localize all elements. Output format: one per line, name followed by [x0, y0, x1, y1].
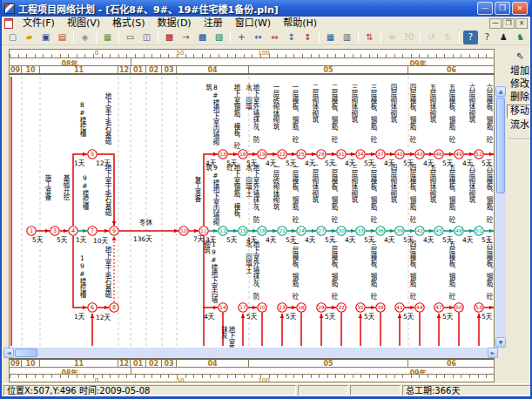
scroll-down-arrow[interactable]: ▼	[495, 337, 506, 348]
close-button[interactable]: ×	[512, 2, 528, 15]
node-label-53: 53	[475, 305, 482, 310]
menu-view[interactable]: 视图(V)	[61, 17, 106, 30]
window-title: 工程项目网络计划 - [石化8#、9#、19#住宅楼1备份.pln]	[18, 2, 477, 16]
arrowhead	[320, 314, 324, 318]
activity-label: 地下室外墙抹灰、防水、回填土	[244, 164, 259, 227]
month-cell-09: 09	[10, 360, 22, 367]
minimize-button[interactable]: —	[477, 2, 493, 15]
app-icon	[4, 3, 15, 14]
toolbar-edit-pad-icon[interactable]: ▦	[100, 30, 115, 44]
node-label-25: 25	[298, 152, 305, 157]
toolbar-table-icon[interactable]: ▦	[323, 30, 338, 44]
activity-label: 地下室钢筋、模板、砼	[225, 164, 239, 227]
duration-label: 136天	[133, 233, 152, 243]
toolbar-flow-arrows-icon[interactable]: ⇅	[362, 30, 377, 44]
activity-label: 二层砌体砌筑	[311, 164, 319, 227]
menu-help[interactable]: 帮助(H)	[277, 17, 323, 30]
toolbar-move-cross-icon[interactable]: +	[234, 30, 249, 44]
horizontal-scrollbar[interactable]: ◄ ►	[3, 348, 498, 358]
activity-label: 五层砌体砌筑	[428, 84, 436, 150]
toolbar-link-arrow-icon[interactable]: →	[178, 30, 193, 44]
activity-label: 五层模板、钢筋、砼	[448, 84, 455, 150]
node-label-37: 37	[377, 152, 384, 157]
network-diagram-canvas[interactable]: 1316192225283134374043464952134791011121…	[9, 75, 495, 348]
arrowhead	[233, 152, 238, 157]
mdi-restore-button[interactable]: ❐	[502, 18, 515, 29]
mdi-minimize-button[interactable]: —	[489, 18, 502, 29]
toolbar-gantt-image-icon[interactable]: ▨	[212, 30, 226, 44]
scroll-up-arrow[interactable]: ▲	[495, 86, 506, 97]
node-label-52: 52	[475, 152, 482, 157]
toolbar-save-icon[interactable]: ▣	[38, 30, 53, 44]
toolbar-context-help-icon[interactable]: ?	[480, 30, 495, 44]
mdi-close-button[interactable]: ×	[515, 18, 528, 29]
arrowhead	[213, 152, 218, 157]
activity-label: 9#楼地下室内墙砌筑	[204, 164, 219, 227]
arrowhead	[213, 229, 218, 233]
status-total-duration-section: 总工期:366天	[402, 385, 532, 396]
toolbar-stretch-vertical-icon[interactable]: ↕	[284, 30, 299, 44]
vertical-scroll-thumb[interactable]	[496, 98, 505, 193]
duration-label: 5天	[481, 311, 492, 321]
arrowhead	[332, 306, 336, 310]
restore-button[interactable]: ❐	[495, 2, 510, 15]
duration-label: 10天	[93, 235, 108, 245]
menu-window[interactable]: 窗口(W)	[229, 17, 277, 30]
toolbar-new-file-icon[interactable]: ▢	[5, 30, 20, 44]
menubar: 文件(F)视图(V)格式(S)数据(D)注册窗口(W)帮助(H) —❐×	[2, 17, 530, 30]
menu-data[interactable]: 数据(D)	[152, 17, 198, 30]
toolbar-stretch-horizontal-icon[interactable]: ↔	[251, 30, 266, 44]
duration-label: 4天	[266, 158, 276, 167]
activity-label: 19#楼地下室内墙砌筑	[202, 240, 217, 303]
node-label-23: 23	[279, 305, 286, 310]
menu-file[interactable]: 文件(F)	[17, 17, 61, 30]
arrowhead	[112, 236, 117, 240]
arrowhead	[112, 221, 117, 226]
toolbar-stamp-icon[interactable]: ◈	[77, 30, 92, 44]
toolbar-network-view-icon[interactable]: ▩	[162, 30, 177, 44]
ruler-number-0: 0	[95, 50, 98, 57]
menu-format[interactable]: 格式(S)	[106, 17, 152, 30]
toolbar-open-folder-icon[interactable]: ▰	[22, 30, 37, 44]
horizontal-scroll-thumb[interactable]	[15, 348, 37, 357]
titlebar: 工程项目网络计划 - [石化8#、9#、19#住宅楼1备份.pln] — ❐ ×	[2, 0, 530, 17]
arrowhead	[332, 152, 336, 157]
duration-label: 5天	[403, 234, 414, 244]
scroll-left-arrow[interactable]: ◄	[3, 348, 14, 358]
vertical-scrollbar[interactable]: ▲ ▼	[495, 86, 506, 348]
year-divider	[131, 58, 131, 65]
arrowhead	[280, 314, 285, 318]
toolbar-help-book-icon[interactable]: ?	[463, 30, 478, 44]
panel-delete-button[interactable]: 删除	[507, 91, 532, 104]
activity-label: 基础开挖	[62, 174, 70, 227]
duration-label: 5天	[286, 158, 296, 167]
panel-add-button[interactable]: 增加	[507, 65, 532, 78]
year-label-09年: 09年	[409, 58, 426, 65]
arrowhead	[292, 152, 296, 157]
panel-move-button[interactable]: 移动	[507, 105, 532, 118]
toolbar-print-preview-icon[interactable]: ◫	[139, 30, 154, 44]
scroll-right-arrow[interactable]: ►	[488, 348, 498, 358]
panel-flow-button[interactable]: 流水	[507, 119, 532, 132]
activity-label: 一层砖砌体砌筑	[272, 164, 279, 227]
toolbar-qq-penguin-icon[interactable]: ♟	[496, 30, 511, 44]
arrowhead	[83, 229, 87, 233]
arrowhead	[233, 229, 238, 233]
duration-label: 1天	[74, 158, 84, 167]
month-cell-01: 01	[131, 360, 146, 367]
toolbar-export-file-icon[interactable]: ▤	[55, 30, 70, 44]
month-cell-03: 03	[162, 66, 177, 73]
toolbar-compress-vertical-icon[interactable]: ⇕	[300, 30, 315, 44]
toolbar-about-person-icon[interactable]: ♞	[513, 30, 528, 44]
toolbar-compress-horizontal-icon[interactable]: ⇔	[267, 30, 282, 44]
activity-label: 二层模板、钢筋、砼	[330, 240, 338, 303]
node-label-33: 33	[357, 228, 364, 233]
panel-modify-button[interactable]: 修改	[507, 78, 532, 91]
toolbar-network-time-icon[interactable]: ▩	[195, 30, 210, 44]
duration-label: 1天	[76, 234, 86, 244]
node-label-15: 15	[239, 228, 246, 233]
toolbar-print-icon[interactable]: ▭	[123, 30, 138, 44]
toolbar-table-search-icon[interactable]: ▥	[340, 30, 354, 44]
menu-register[interactable]: 注册	[198, 17, 229, 30]
status-empty-section-1	[298, 385, 348, 396]
